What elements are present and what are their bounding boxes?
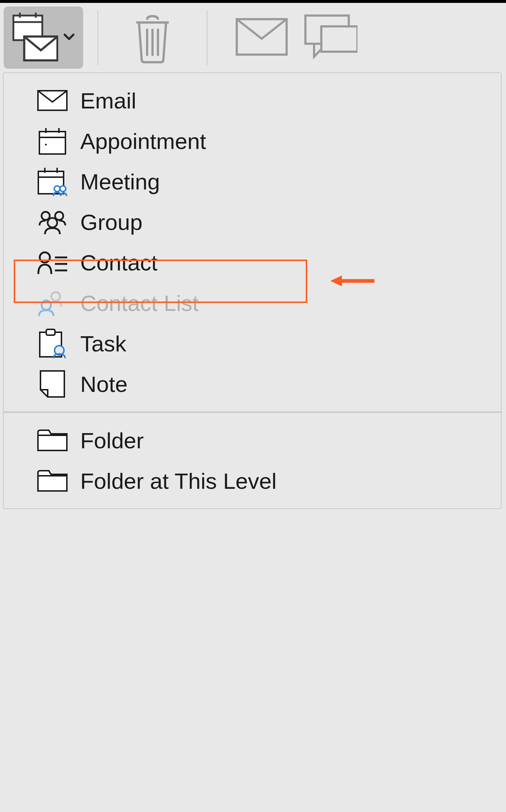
menu-item-label: Task: [80, 331, 126, 356]
menu-item-label: Folder at This Level: [80, 468, 276, 494]
contact-icon: [36, 249, 69, 276]
svg-rect-33: [46, 329, 55, 335]
menu-item-task[interactable]: Task: [4, 323, 501, 364]
menu-group-create: Email Appointment: [4, 73, 501, 411]
menu-item-appointment[interactable]: Appointment: [4, 121, 501, 161]
menu-item-label: Note: [80, 371, 128, 397]
svg-point-30: [51, 292, 60, 301]
menu-item-email[interactable]: Email: [4, 80, 501, 121]
menu-item-contact-list: Contact List: [4, 283, 501, 323]
email-icon: [36, 87, 69, 114]
svg-rect-10: [321, 26, 357, 52]
menu-group-folders: Folder Folder at This Level: [4, 413, 501, 508]
contact-list-icon: [36, 289, 69, 317]
menu-item-label: Folder: [80, 428, 144, 453]
menu-item-label: Meeting: [80, 169, 160, 195]
folder-icon: [36, 427, 69, 454]
window-top-border: [0, 0, 506, 3]
svg-rect-12: [39, 132, 65, 154]
delete-button[interactable]: [113, 3, 192, 72]
svg-point-25: [48, 218, 57, 227]
task-icon: [36, 330, 69, 357]
menu-item-label: Email: [80, 88, 136, 114]
menu-item-label: Group: [80, 209, 142, 235]
svg-point-31: [42, 300, 51, 310]
appointment-icon: [36, 127, 69, 155]
menu-item-label: Contact: [80, 250, 158, 275]
menu-item-label: Contact List: [80, 290, 198, 316]
chevron-down-icon: [63, 30, 76, 45]
menu-item-note[interactable]: Note: [4, 364, 501, 404]
meeting-icon: [36, 168, 69, 195]
envelope-icon: [235, 17, 289, 58]
menu-item-meeting[interactable]: Meeting: [4, 161, 501, 202]
menu-item-folder-at-level[interactable]: Folder at This Level: [4, 461, 501, 501]
toolbar-separator: [207, 10, 207, 65]
trash-icon: [129, 10, 176, 65]
new-items-dropdown-button[interactable]: [4, 7, 83, 69]
new-items-dropdown-menu: Email Appointment: [3, 72, 502, 509]
menu-item-contact[interactable]: Contact: [4, 242, 501, 283]
calendar-mail-stacked-icon: [11, 10, 58, 65]
note-icon: [36, 370, 69, 398]
comment-button[interactable]: [301, 3, 359, 72]
menu-item-folder[interactable]: Folder: [4, 420, 501, 461]
comment-icon: [303, 13, 357, 62]
folder-level-icon: [36, 467, 69, 495]
group-icon: [36, 208, 69, 236]
toolbar-separator: [98, 10, 98, 65]
svg-point-26: [40, 252, 50, 262]
mail-button[interactable]: [222, 3, 301, 72]
svg-point-16: [45, 144, 47, 146]
svg-point-22: [60, 186, 66, 192]
menu-item-label: Appointment: [80, 128, 206, 154]
toolbar: [0, 3, 506, 72]
svg-point-21: [54, 186, 60, 192]
menu-item-group[interactable]: Group: [4, 202, 501, 242]
